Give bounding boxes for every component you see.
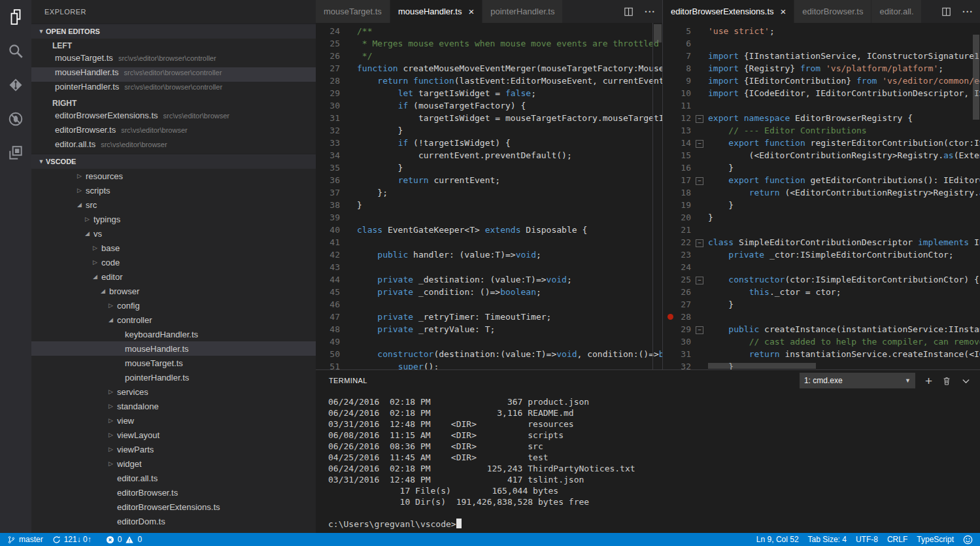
tree-item[interactable]: ◢vs [31,226,316,241]
fold-box-glyph[interactable]: − [696,239,703,247]
code-token: (!targetIsWidget) { [408,138,511,148]
tree-item[interactable]: editorBrowser.ts [31,485,316,500]
fold-box-glyph[interactable]: − [696,115,703,123]
tree-item[interactable]: ▷code [31,255,316,269]
tab-mouseHandler.ts[interactable]: mouseHandler.ts× [390,0,482,23]
code-line: 32 } [316,124,662,137]
code-area[interactable]: 24/**25 * Merges mouse events when mouse… [316,25,662,369]
tree-item[interactable]: keyboardHandler.ts [31,327,316,341]
tree-item[interactable]: ▷view [31,413,316,428]
fold-column [340,25,357,37]
tree-item[interactable]: ▷widget [31,456,316,471]
activity-bar-source-control[interactable] [0,68,31,102]
code-token: private [728,250,764,260]
tree-item[interactable]: editorDom.ts [31,514,316,528]
status-item[interactable]: Tab Size: 4 [803,533,851,546]
folder-section-header[interactable]: ▼ VSCODE [31,154,316,169]
tree-item-label: base [101,243,120,253]
problems-status[interactable]: 0 0 [101,533,146,546]
terminal-line: 06/24/2016 02:18 PM 367 product.json [328,396,975,407]
close-icon[interactable]: × [468,7,474,16]
line-number: 49 [316,335,340,348]
scrollbar-thumb[interactable] [708,363,816,369]
code-token: private [377,324,413,334]
fold-box-glyph[interactable]: − [696,326,703,334]
tab-editor.all.ts[interactable]: editor.all.ts [871,0,922,23]
tree-item[interactable]: ◢editor [31,269,316,284]
tree-item[interactable]: ▷typings [31,212,316,226]
kill-terminal-icon[interactable] [942,376,951,386]
terminal-selector[interactable]: 1: cmd.exe ▼ [800,373,915,388]
tree-item[interactable]: ▷viewParts [31,442,316,456]
fold-box-glyph[interactable]: − [696,277,703,284]
code-area[interactable]: 5'use strict';67import {IInstantiationSe… [663,25,980,369]
line-number: 11 [663,99,691,112]
open-editor-item[interactable]: editorBrowserExtensions.tssrc\vs\editor\… [31,111,316,125]
code-token: {Registry} [739,63,800,73]
open-editor-item[interactable]: editor.all.tssrc\vs\editor\browser [31,139,316,154]
hide-panel-chevron-icon[interactable] [961,376,971,386]
activity-bar-search[interactable] [0,34,31,68]
fold-column [340,273,357,286]
tab-pointerHandler.ts[interactable]: pointerHandler.ts [482,0,563,23]
tree-item[interactable]: ◢browser [31,284,316,298]
open-editors-header[interactable]: ▼ OPEN EDITORS [31,24,316,39]
open-editor-item[interactable]: editorBrowser.tssrc\vs\editor\browser [31,125,316,139]
status-item[interactable]: UTF-8 [851,533,883,546]
code-token: instantiationService.createInstance(<ICo… [780,349,980,359]
tree-item[interactable]: ▷scripts [31,183,316,197]
git-branch-status[interactable]: master [3,533,48,546]
tree-item[interactable]: pointerHandler.ts [31,370,316,384]
code-token: this [749,287,769,297]
tree-item[interactable]: ◢controller [31,313,316,327]
activity-bar-extensions[interactable] [0,136,31,170]
tree-item[interactable]: editorBrowserExtensions.ts [31,500,316,514]
vertical-scrollbar[interactable] [972,23,980,369]
status-item[interactable]: TypeScript [912,533,958,546]
tab-mouseTarget.ts[interactable]: mouseTarget.ts [316,0,390,23]
open-editor-item[interactable]: mouseTarget.tssrc\vs\editor\browser\cont… [31,53,316,67]
activity-bar-debug[interactable] [0,102,31,136]
tree-item[interactable]: ▷base [31,241,316,255]
more-actions-icon[interactable]: ··· [645,7,656,17]
sync-status[interactable]: 121↓ 0↑ [48,533,96,546]
tab-editorBrowser.ts[interactable]: editorBrowser.ts [794,0,871,23]
tree-item[interactable]: ▷viewLayout [31,428,316,442]
fold-column [340,124,357,137]
open-editor-item[interactable]: mouseHandler.tssrc\vs\editor\browser\con… [31,67,316,82]
code-text: /** [357,25,372,37]
horizontal-scrollbar[interactable] [708,362,972,369]
split-editor-icon[interactable] [623,7,634,16]
code-line: 34 currentEvent.preventDefault(); [316,149,662,162]
new-terminal-icon[interactable]: + [925,375,932,387]
tree-item[interactable]: mouseHandler.ts [31,341,316,356]
line-number: 8 [663,62,691,75]
feedback-status[interactable] [958,533,977,546]
line-number: 19 [663,199,691,211]
tree-item[interactable]: ▷resources [31,169,316,183]
tab-editorBrowserExtensions.ts[interactable]: editorBrowserExtensions.ts× [663,0,794,23]
fold-box-glyph[interactable]: − [696,177,703,185]
fold-box-glyph[interactable]: − [696,140,703,148]
tree-item[interactable]: ▷services [31,384,316,399]
close-icon[interactable]: × [781,7,786,16]
tree-item[interactable]: mouseTarget.ts [31,356,316,370]
vertical-scrollbar[interactable] [652,23,662,369]
git-icon [7,77,24,94]
scrollbar-thumb[interactable] [973,35,979,120]
code-token: public [377,250,408,260]
status-item[interactable]: CRLF [883,533,912,546]
terminal-output[interactable]: 06/24/2016 02:18 PM 367 product.json06/2… [328,396,975,534]
code-token: currentEvent; [429,175,501,185]
tree-item[interactable]: editor.all.ts [31,471,316,485]
tree-item[interactable]: ▷standalone [31,399,316,413]
scrollbar-thumb[interactable] [654,24,662,43]
split-editor-icon[interactable] [941,7,952,16]
status-item[interactable]: Ln 9, Col 52 [752,533,803,546]
tree-item[interactable]: ◢src [31,197,316,212]
more-actions-icon[interactable]: ··· [962,7,973,17]
code-token [357,88,398,98]
tree-item[interactable]: ▷config [31,298,316,313]
open-editor-item[interactable]: pointerHandler.tssrc\vs\editor\browser\c… [31,82,316,96]
activity-bar-explorer[interactable] [0,0,31,34]
